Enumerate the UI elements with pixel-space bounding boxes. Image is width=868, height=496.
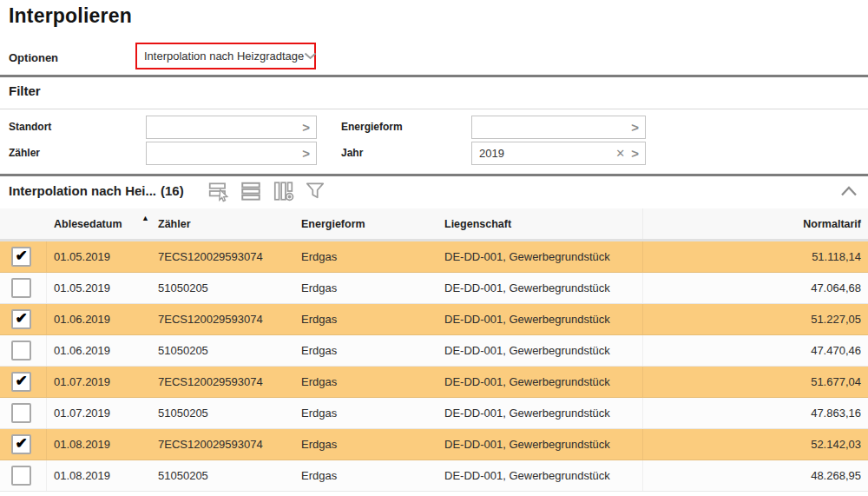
column-divider [642,335,643,366]
cell-normaltarif: 51.677,04 [811,367,861,397]
cell-ablesedatum: 01.06.2019 [54,335,110,366]
cell-ablesedatum: 01.05.2019 [54,273,110,303]
cell-liegenschaft: DE-DD-001, Gewerbegrundstück [444,398,610,428]
jahr-input-field[interactable] [479,147,609,160]
cell-ablesedatum: 01.07.2019 [54,367,110,397]
row-checkbox[interactable] [11,309,31,329]
table-rows-icon[interactable] [238,178,264,204]
column-header-energieform[interactable]: Energieform [301,208,365,239]
value-help-icon[interactable]: > [302,147,310,160]
multi-select-icon[interactable] [206,178,232,204]
row-checkbox[interactable] [11,403,31,423]
cell-zaehler: 51050205 [158,273,208,303]
cell-liegenschaft: DE-DD-001, Gewerbegrundstück [444,335,610,366]
page-title: Interpolieren [9,4,132,28]
table-row[interactable]: 01.08.2019 7ECS120029593074 Erdgas DE-DD… [0,429,868,460]
row-checkbox[interactable] [11,278,31,298]
cell-zaehler: 7ECS120029593074 [158,367,263,397]
jahr-input[interactable]: ✕ > [471,142,646,165]
cell-energieform: Erdgas [301,429,337,460]
cell-energieform: Erdgas [301,241,337,272]
column-divider [46,460,47,491]
options-select[interactable]: Interpolation nach Heizgradtage [135,43,316,69]
zaehler-label: Zähler [9,147,40,159]
table-body: 01.05.2019 7ECS120029593074 Erdgas DE-DD… [0,241,868,492]
cell-normaltarif: 47.470,46 [811,335,861,366]
zaehler-input-field[interactable] [154,147,296,160]
column-divider [46,241,47,272]
table-row[interactable]: 01.07.2019 51050205 Erdgas DE-DD-001, Ge… [0,398,868,429]
column-header-zaehler[interactable]: Zähler [158,208,191,239]
chevron-down-icon [304,52,317,60]
zaehler-input[interactable]: > [146,142,317,165]
cell-liegenschaft: DE-DD-001, Gewerbegrundstück [444,429,610,460]
cell-zaehler: 7ECS120029593074 [158,304,263,334]
column-divider [46,398,47,428]
cell-ablesedatum: 01.08.2019 [54,460,110,491]
column-divider [642,304,643,334]
cell-energieform: Erdgas [301,273,337,303]
row-checkbox[interactable] [11,466,31,486]
cell-energieform: Erdgas [301,398,337,428]
table-toolbar [206,178,328,204]
section-divider [0,174,868,176]
table-row[interactable]: 01.08.2019 51050205 Erdgas DE-DD-001, Ge… [0,460,868,492]
table-row[interactable]: 01.07.2019 7ECS120029593074 Erdgas DE-DD… [0,367,868,398]
column-settings-icon[interactable] [270,178,296,204]
column-header-ablesedatum[interactable]: Ablesedatum [54,208,122,239]
section-divider [0,75,868,77]
cell-zaehler: 7ECS120029593074 [158,429,263,460]
cell-energieform: Erdgas [301,367,337,397]
table-title: Interpolation nach Hei...(16) [9,183,184,198]
row-checkbox[interactable] [11,247,31,267]
cell-zaehler: 7ECS120029593074 [158,241,263,272]
cell-normaltarif: 51.227,05 [811,304,861,334]
filter-section-title: Filter [9,83,41,98]
options-select-value: Interpolation nach Heizgradtage [144,50,304,63]
energieform-input[interactable]: > [471,116,646,139]
cell-zaehler: 51050205 [158,460,208,491]
collapse-panel-button[interactable] [837,179,861,203]
cell-ablesedatum: 01.05.2019 [54,241,110,272]
row-checkbox[interactable] [11,341,31,360]
cell-liegenschaft: DE-DD-001, Gewerbegrundstück [444,273,610,303]
table-title-text: Interpolation nach Hei... [9,183,156,198]
cell-normaltarif: 48.268,95 [811,460,861,491]
standort-input-field[interactable] [154,121,296,134]
cell-energieform: Erdgas [301,335,337,366]
filter-icon[interactable] [302,178,328,204]
row-checkbox[interactable] [11,372,31,392]
column-divider [46,273,47,303]
column-header-normaltarif[interactable]: Normaltarif [803,208,861,239]
column-divider [46,304,47,334]
sort-ascending-icon [141,215,149,222]
column-divider [46,335,47,366]
column-divider [642,241,643,272]
cell-normaltarif: 51.118,14 [812,241,861,272]
jahr-label: Jahr [341,147,363,159]
clear-icon[interactable]: ✕ [615,148,625,159]
cell-normaltarif: 47.863,16 [811,398,861,428]
cell-ablesedatum: 01.07.2019 [54,398,110,428]
energieform-input-field[interactable] [479,121,625,134]
cell-liegenschaft: DE-DD-001, Gewerbegrundstück [444,241,610,272]
value-help-icon[interactable]: > [631,147,639,160]
table-row[interactable]: 01.05.2019 51050205 Erdgas DE-DD-001, Ge… [0,273,868,304]
cell-liegenschaft: DE-DD-001, Gewerbegrundstück [444,460,610,491]
cell-zaehler: 51050205 [158,398,208,428]
cell-ablesedatum: 01.06.2019 [54,304,110,334]
cell-ablesedatum: 01.08.2019 [54,429,110,460]
value-help-icon[interactable]: > [302,121,310,134]
filter-divider [0,109,868,109]
value-help-icon[interactable]: > [631,121,639,134]
interpolation-page: Interpolieren Optionen Interpolation nac… [0,0,868,496]
row-checkbox[interactable] [11,434,31,454]
table-row[interactable]: 01.05.2019 7ECS120029593074 Erdgas DE-DD… [0,241,868,273]
cell-liegenschaft: DE-DD-001, Gewerbegrundstück [444,304,610,334]
column-divider [46,367,47,397]
cell-zaehler: 51050205 [158,335,208,366]
table-row[interactable]: 01.06.2019 7ECS120029593074 Erdgas DE-DD… [0,304,868,335]
column-header-liegenschaft[interactable]: Liegenschaft [444,208,511,239]
standort-input[interactable]: > [146,116,317,139]
table-row[interactable]: 01.06.2019 51050205 Erdgas DE-DD-001, Ge… [0,335,868,367]
